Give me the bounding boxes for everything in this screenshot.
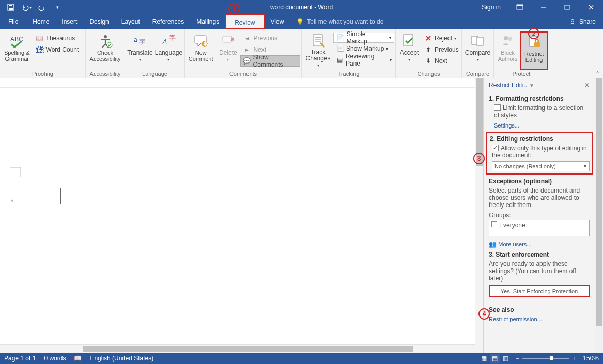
pane-close-icon[interactable]: ✕ (584, 82, 590, 89)
spelling-label: Spelling & Grammar (4, 50, 30, 62)
markup-dropdown[interactable]: 📄Simple Markup▾ (333, 33, 394, 43)
group-proofing: ABC Spelling & Grammar 📖Thesaurus ABC123… (0, 29, 86, 78)
tab-file[interactable]: File (0, 14, 26, 29)
redo-icon[interactable] (35, 1, 49, 13)
block-authors-button[interactable]: Block Authors (495, 31, 520, 70)
exceptions-text: Select parts of the document and choose … (489, 187, 590, 209)
chevron-down-icon[interactable]: ▼ (581, 162, 589, 171)
show-comments-button[interactable]: 💬Show Comments (240, 55, 300, 67)
sign-in-link[interactable]: Sign in (474, 4, 508, 11)
web-layout-icon[interactable]: ▥ (503, 355, 508, 362)
language-indicator[interactable]: English (United States) (90, 355, 153, 362)
prev-comment-button[interactable]: ◂Previous (240, 33, 300, 44)
title-bar: ▾ ▾ word document - Word Sign in (0, 0, 603, 14)
tab-view[interactable]: View (265, 14, 290, 29)
enforcement-text: Are you ready to apply these settings? (… (489, 260, 590, 282)
groups-list[interactable]: Everyone (489, 220, 590, 236)
svg-text:◂: ◂ (10, 197, 13, 204)
tell-me[interactable]: 💡 Tell me what you want to do (296, 18, 383, 25)
editing-type-select[interactable]: No changes (Read only) ▼ (492, 161, 590, 171)
collapse-ribbon-icon[interactable]: ⌃ (595, 70, 600, 77)
accept-button[interactable]: Accept▾ (397, 31, 422, 70)
save-icon[interactable] (4, 1, 18, 13)
svg-rect-33 (477, 37, 483, 45)
svg-text:123: 123 (36, 47, 44, 53)
reviewing-pane-button[interactable]: ▤Reviewing Pane ▾ (333, 54, 394, 66)
qat-dropdown-icon[interactable]: ▾ (51, 1, 64, 13)
document-area[interactable]: ◂ (0, 78, 475, 353)
callout-3: 3 (473, 153, 485, 164)
minimize-icon[interactable] (532, 0, 555, 14)
tell-me-label: Tell me what you want to do (307, 18, 383, 25)
share-button[interactable]: Share (562, 14, 603, 29)
tab-mailings[interactable]: Mailings (190, 14, 225, 29)
undo-icon[interactable]: ▾ (20, 1, 33, 13)
spelling-grammar-button[interactable]: ABC Spelling & Grammar (1, 31, 33, 70)
tab-home[interactable]: Home (26, 14, 55, 29)
read-mode-icon[interactable]: ▦ (481, 355, 487, 362)
next-comment-button[interactable]: ▸Next (240, 44, 300, 55)
ribbon-display-icon[interactable] (508, 0, 532, 14)
prev-change-button[interactable]: ⬆Previous (422, 44, 461, 55)
restrict-editing-pane: Restrict Editi.. ▼ ✕ 1. Formatting restr… (483, 78, 595, 353)
svg-text:字: 字 (169, 34, 176, 41)
zoom-value[interactable]: 150% (583, 355, 599, 362)
translate-button[interactable]: a字 Translate▾ (126, 31, 154, 70)
everyone-checkbox[interactable] (491, 221, 497, 227)
language-group-label: Language (126, 70, 183, 78)
tab-design[interactable]: Design (83, 14, 115, 29)
tab-layout[interactable]: Layout (115, 14, 146, 29)
horizontal-scrollbar[interactable] (0, 344, 475, 353)
see-also-heading: See also (489, 306, 590, 313)
page-indicator[interactable]: Page 1 of 1 (4, 355, 36, 362)
proofing-group-label: Proofing (1, 70, 84, 78)
section-3-heading: 3. Start enforcement (489, 251, 590, 258)
restrict-permission-link[interactable]: Restrict permission... (489, 316, 542, 322)
page-content[interactable]: ◂ (9, 94, 71, 264)
thesaurus-button[interactable]: 📖Thesaurus (33, 33, 82, 44)
settings-link[interactable]: Settings... (494, 122, 519, 129)
more-users-link[interactable]: More users... (498, 241, 531, 247)
delete-comment-icon (220, 33, 236, 49)
groups-label: Groups: (489, 212, 590, 219)
compare-group-label: Compare (463, 70, 492, 78)
allow-editing-checkbox[interactable] (492, 145, 499, 151)
changes-group-label: Changes (397, 70, 460, 78)
track-changes-button[interactable]: Track Changes ▾ (303, 31, 333, 70)
tab-review[interactable]: Review (225, 14, 264, 29)
pane-scrollbar[interactable] (595, 78, 603, 353)
language-button[interactable]: A字 Language▾ (154, 31, 183, 70)
zoom-out-icon[interactable]: − (516, 355, 519, 362)
maximize-icon[interactable] (555, 0, 579, 14)
wordcount-icon: ABC123 (36, 45, 44, 54)
start-enforcing-button[interactable]: Yes, Start Enforcing Protection (489, 285, 590, 297)
hsb-thumb[interactable] (83, 346, 413, 352)
zoom-in-icon[interactable]: + (572, 355, 576, 362)
spellcheck-status-icon[interactable]: 📖 (74, 355, 82, 362)
section-see-also: See also Restrict permission... (489, 306, 590, 323)
zoom-slider[interactable] (522, 355, 569, 361)
svg-rect-29 (404, 35, 413, 46)
reject-icon (424, 34, 432, 42)
ruler[interactable] (0, 78, 475, 88)
compare-button[interactable]: Compare▾ (463, 31, 492, 70)
group-language: a字 Translate▾ A字 Language▾ Language (125, 29, 185, 78)
quick-access-toolbar: ▾ ▾ (0, 1, 64, 13)
tab-references[interactable]: References (146, 14, 190, 29)
accessibility-icon (97, 33, 114, 49)
close-icon[interactable] (579, 0, 603, 14)
word-count[interactable]: 0 words (44, 355, 66, 362)
tab-insert[interactable]: Insert (55, 14, 83, 29)
check-accessibility-button[interactable]: Check Accessibility (87, 31, 123, 70)
limit-formatting-checkbox[interactable] (494, 104, 501, 111)
next-change-button[interactable]: ⬇Next (422, 55, 461, 67)
new-comment-button[interactable]: ✱ New Comment (186, 31, 215, 70)
print-layout-icon[interactable]: ▤ (490, 354, 500, 363)
pane-scroll-thumb[interactable] (596, 78, 602, 326)
delete-comment-button[interactable]: Delete▾ (215, 31, 240, 70)
group-comments: ✱ New Comment Delete▾ ◂Previous ▸Next 💬S… (185, 29, 302, 78)
word-count-button[interactable]: ABC123Word Count (33, 44, 82, 55)
reject-button[interactable]: Reject ▾ (422, 33, 461, 44)
thesaurus-icon: 📖 (36, 34, 44, 42)
show-comments-icon: 💬 (243, 57, 251, 65)
